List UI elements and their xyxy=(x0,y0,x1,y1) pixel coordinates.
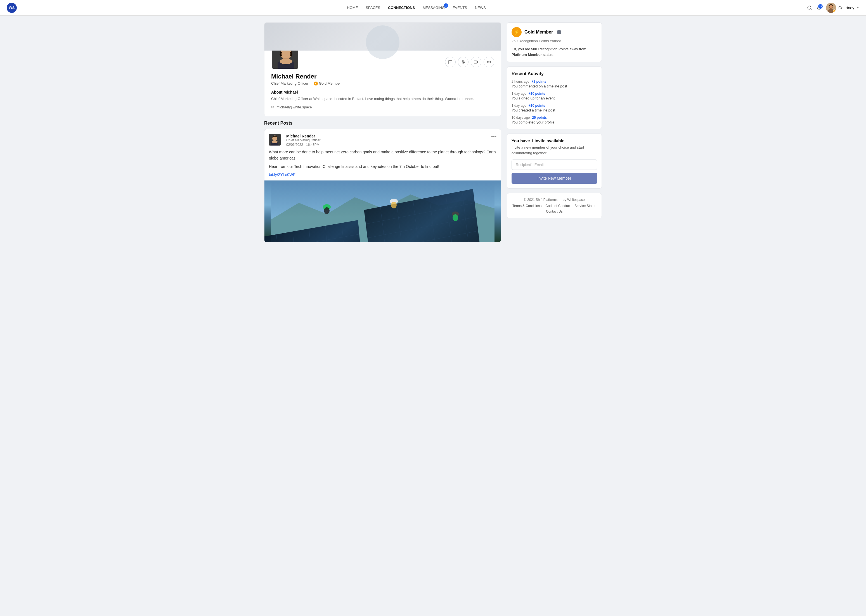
footer-status-link[interactable]: Service Status xyxy=(575,204,596,208)
solar-panel-scene xyxy=(265,181,501,242)
gold-points-label: 250 Recognition Points earned xyxy=(512,39,597,43)
footer-code-link[interactable]: Code of Conduct xyxy=(545,204,570,208)
svg-point-18 xyxy=(272,140,277,143)
svg-point-41 xyxy=(324,207,329,214)
nav-spaces[interactable]: SPACES xyxy=(365,6,380,10)
invite-card: You have 1 invite available Invite a new… xyxy=(507,134,602,189)
profile-role-row: Chief Marketing Officer ★ Gold Member xyxy=(271,81,494,85)
post-body: What more can be done to help meet net z… xyxy=(265,149,501,181)
post-meta: Michael Render Chief Marketing Officer 0… xyxy=(286,134,321,147)
recent-posts-title: Recent Posts xyxy=(264,121,501,126)
more-options-button[interactable]: ••• xyxy=(483,57,494,67)
profile-body: ••• Michael Render Chief Marketing Offic… xyxy=(265,50,501,116)
invite-new-member-button[interactable]: Invite New Member xyxy=(512,173,597,184)
post-author-role: Chief Marketing Officer xyxy=(286,138,321,142)
activity-points: +10 points xyxy=(529,92,545,96)
video-button[interactable] xyxy=(471,57,481,67)
nav-right: 15 Courtney ▼ xyxy=(807,3,859,13)
svg-point-45 xyxy=(453,214,458,221)
notifications-badge: 15 xyxy=(818,4,823,9)
page-layout: ••• Michael Render Chief Marketing Offic… xyxy=(260,16,606,249)
post-image xyxy=(265,181,501,242)
gold-member-title: Gold Member xyxy=(524,30,553,35)
info-icon[interactable]: i xyxy=(557,30,561,35)
nav-messaging[interactable]: MESSAGING 2 xyxy=(423,6,445,10)
profile-role-label: Chief Marketing Officer xyxy=(271,81,308,85)
post-author-avatar xyxy=(269,134,281,146)
activity-item: 10 days ago 25 points You completed your… xyxy=(512,116,597,124)
navbar: WS HOME SPACES CONNECTIONS MESSAGING 2 E… xyxy=(0,0,866,16)
right-column: ⚡ Gold Member i 250 Recognition Points e… xyxy=(507,22,602,242)
email-icon: ✉ xyxy=(271,105,274,109)
activity-time-row: 10 days ago 25 points xyxy=(512,116,597,119)
user-menu[interactable]: Courtney ▼ xyxy=(826,3,859,13)
notifications-button[interactable]: 15 xyxy=(817,5,822,10)
gold-member-description: Ed, you are 500 Recognition Points away … xyxy=(512,46,597,57)
gold-icon: ⚡ xyxy=(512,27,522,37)
more-dots-icon: ••• xyxy=(487,60,491,64)
activity-item: 1 day ago +10 points You signed up for a… xyxy=(512,92,597,100)
activity-card: Recent Activity 2 hours ago +2 points Yo… xyxy=(507,66,602,129)
microphone-icon xyxy=(461,60,465,64)
nav-home[interactable]: HOME xyxy=(347,6,358,10)
video-icon xyxy=(474,60,478,64)
search-button[interactable] xyxy=(807,5,812,10)
post-date: 02/06/2022 - 16:43PM xyxy=(286,143,321,147)
chat-button[interactable] xyxy=(445,57,456,67)
activity-time-row: 1 day ago +10 points xyxy=(512,92,597,96)
banner-decoration xyxy=(366,25,400,59)
activity-time: 1 day ago xyxy=(512,104,526,108)
activity-description: You signed up for an event xyxy=(512,96,597,100)
nav-events[interactable]: EVENTS xyxy=(453,6,467,10)
chat-icon xyxy=(448,60,453,64)
svg-point-10 xyxy=(280,59,292,64)
post-avatar-image xyxy=(269,134,281,146)
app-logo[interactable]: WS xyxy=(7,3,17,13)
invite-description: Invite a new member of your choice and s… xyxy=(512,145,597,156)
post-header: Michael Render Chief Marketing Officer 0… xyxy=(265,129,501,149)
activity-description: You created a timeline post xyxy=(512,108,597,112)
username-label: Courtney xyxy=(838,6,854,10)
recent-posts-section: Recent Posts xyxy=(264,121,501,242)
activity-time: 2 hours ago xyxy=(512,80,529,83)
email-row: ✉ michael@white.space xyxy=(271,105,494,109)
activity-time: 10 days ago xyxy=(512,116,530,119)
gold-member-card: ⚡ Gold Member i 250 Recognition Points e… xyxy=(507,22,602,62)
activity-item: 2 hours ago +2 points You commented on a… xyxy=(512,80,597,88)
nav-links: HOME SPACES CONNECTIONS MESSAGING 2 EVEN… xyxy=(26,6,807,10)
activity-time-row: 2 hours ago +2 points xyxy=(512,80,597,83)
audio-button[interactable] xyxy=(458,57,469,67)
nav-news[interactable]: NEWS xyxy=(475,6,486,10)
footer-contact-link[interactable]: Contact Us xyxy=(546,209,562,214)
gold-member-header: ⚡ Gold Member i xyxy=(512,27,597,37)
svg-line-1 xyxy=(811,9,811,9)
footer-copyright: © 2021 Shift Platforms — by Whitespace xyxy=(512,198,597,202)
profile-actions: ••• xyxy=(445,57,494,69)
activity-points: +2 points xyxy=(531,80,546,83)
footer-terms-link[interactable]: Terms & Conditions xyxy=(512,204,542,208)
about-section: About Michael Chief Marketing Officer at… xyxy=(271,90,494,102)
user-gold-dot xyxy=(833,9,836,13)
svg-point-43 xyxy=(391,202,397,208)
gold-badge-label: Gold Member xyxy=(319,81,341,85)
nav-connections[interactable]: CONNECTIONS xyxy=(388,6,415,10)
messaging-badge: 2 xyxy=(444,3,448,8)
gold-badge: ★ Gold Member xyxy=(314,81,341,85)
recipient-email-input[interactable] xyxy=(512,160,597,170)
activity-points: 25 points xyxy=(532,116,547,119)
post-link[interactable]: bit.ly/2YLe0WF xyxy=(269,172,296,177)
footer-links: Terms & Conditions Code of Conduct Servi… xyxy=(512,204,597,214)
about-title: About Michael xyxy=(271,90,494,94)
user-avatar xyxy=(826,3,836,13)
profile-card: ••• Michael Render Chief Marketing Offic… xyxy=(264,22,501,116)
post-more-button[interactable]: ••• xyxy=(491,134,496,140)
invite-title: You have 1 invite available xyxy=(512,138,597,143)
activity-time-row: 1 day ago +10 points xyxy=(512,104,597,108)
footer-card: © 2021 Shift Platforms — by Whitespace T… xyxy=(507,193,602,218)
svg-marker-13 xyxy=(477,61,478,63)
chevron-down-icon: ▼ xyxy=(857,6,859,9)
left-column: ••• Michael Render Chief Marketing Offic… xyxy=(264,22,501,242)
profile-name: Michael Render xyxy=(271,73,494,80)
gold-dot-icon: ★ xyxy=(314,82,318,85)
post-text-2: Hear from our Tech Innovation Challenge … xyxy=(269,163,496,170)
